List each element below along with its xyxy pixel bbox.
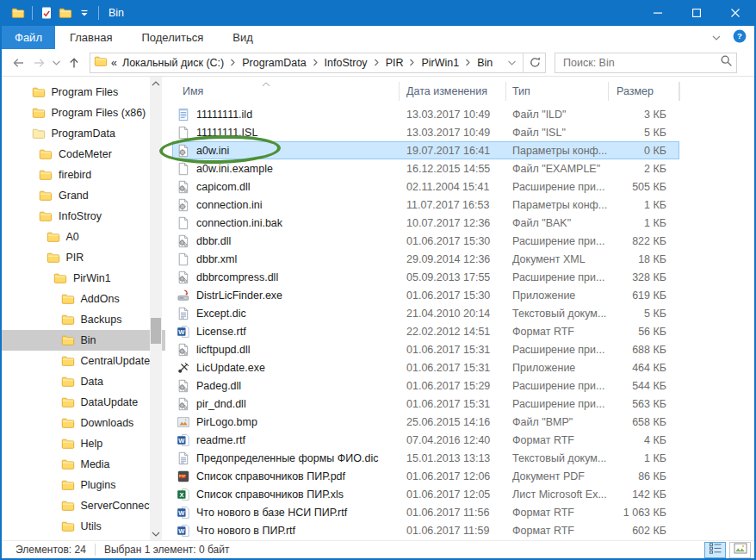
qat-customize-chevron-icon[interactable] [75, 3, 94, 22]
tree-item-a0[interactable]: A0 [2, 227, 165, 247]
tree-item-pirwin1[interactable]: PirWin1 [2, 268, 165, 289]
file-row[interactable]: Except.dic21.04.2010 20:14Текстовый доку… [172, 304, 679, 322]
tree-item-pir[interactable]: PIR [2, 247, 165, 268]
tree-item-program-files-x86[interactable]: Program Files (x86) [2, 103, 165, 123]
tree-item-addons[interactable]: AddOns [2, 289, 165, 309]
file-type: Формат RTF [506, 507, 609, 519]
address-bar[interactable]: « Локальный диск (C:)ProgramDataInfoStro… [90, 53, 546, 73]
tree-item-label: Help [81, 438, 103, 450]
file-row[interactable]: dbbr.dll01.06.2017 15:30Расширение при..… [172, 232, 679, 250]
file-row[interactable]: PirLogo.bmp25.06.2015 14:16Файл "BMP"658… [172, 413, 679, 431]
file-row[interactable]: capicom.dll02.11.2004 15:41Расширение пр… [172, 177, 679, 196]
tree-item-backups[interactable]: Backups [2, 309, 165, 330]
column-header-date[interactable]: Дата изменения [400, 82, 506, 101]
tree-item-bin[interactable]: Bin [2, 330, 165, 351]
tab-home[interactable]: Главная [55, 26, 127, 49]
file-list-pane: Имя Дата изменения Тип Размер 11111111.i… [165, 77, 754, 540]
file-row[interactable]: dbbr.xml29.09.2014 12:36Документ XML18 К… [172, 250, 679, 268]
new-folder-quick-icon[interactable] [56, 3, 75, 22]
column-header-type[interactable]: Тип [506, 82, 609, 101]
scroll-up-icon[interactable] [150, 77, 162, 90]
file-row[interactable]: WLicense.rtf22.02.2012 14:51Формат RTF56… [172, 322, 679, 340]
maximize-button[interactable] [677, 0, 716, 26]
file-row[interactable]: Padeg.dll01.06.2017 15:29Расширение при.… [172, 376, 679, 395]
breadcrumb-chevron-icon[interactable] [227, 58, 239, 68]
file-row[interactable]: 11111111.ISL13.03.2017 10:49Файл "ISL"5 … [172, 123, 679, 141]
breadcrumb-item[interactable]: InfoStroy [321, 57, 371, 69]
file-row[interactable]: a0w.ini19.07.2017 16:41Параметры конф...… [172, 141, 679, 159]
forward-button[interactable] [28, 52, 50, 73]
ribbon-expand-chevron-icon[interactable] [710, 30, 722, 46]
tree-item-downloads[interactable]: Downloads [2, 413, 165, 433]
tab-share[interactable]: Поделиться [127, 26, 218, 49]
tree-item-help[interactable]: Help [2, 433, 165, 454]
file-row[interactable]: Wreadme.rtf07.04.2016 12:40Формат RTF4 К… [172, 431, 679, 449]
file-row[interactable]: pir_dnd.dll01.06.2017 15:31Расширение пр… [172, 395, 679, 413]
back-button[interactable] [7, 52, 28, 73]
breadcrumb-chevron-icon[interactable] [462, 58, 474, 68]
folder-icon [61, 416, 75, 430]
tree-item-data[interactable]: Data [2, 371, 165, 392]
tree-item-infostroy[interactable]: InfoStroy [2, 206, 165, 227]
tree-scrollbar[interactable] [150, 77, 162, 540]
breadcrumb-item[interactable]: PIR [382, 57, 407, 69]
properties-quick-icon[interactable] [37, 3, 56, 22]
breadcrumb-overflow[interactable]: « [108, 57, 119, 69]
tree-item-centralupdate[interactable]: CentralUpdate [2, 351, 165, 371]
search-input[interactable] [561, 56, 720, 70]
tree-item-codemeter[interactable]: CodeMeter [2, 144, 165, 165]
breadcrumb-item[interactable]: Локальный диск (C:) [119, 57, 227, 69]
breadcrumb-item[interactable]: PirWin1 [418, 57, 462, 69]
file-row[interactable]: DistrLicFinder.exe01.06.2017 15:30Прилож… [172, 286, 679, 304]
tree-item-plugins[interactable]: Plugins [2, 475, 165, 495]
tree-item-program-files[interactable]: Program Files [2, 82, 165, 103]
tree-item-dataupdate[interactable]: DataUpdate [2, 392, 165, 413]
search-icon[interactable] [720, 54, 733, 71]
breadcrumb-chevron-icon[interactable] [406, 58, 418, 68]
tree-item-grand[interactable]: Grand [2, 185, 165, 206]
close-button[interactable] [716, 0, 754, 26]
blank-document-icon [177, 162, 190, 176]
address-dropdown-chevron-icon[interactable] [501, 53, 522, 72]
column-header-tail [679, 82, 680, 101]
up-button[interactable] [63, 52, 84, 73]
minimize-button[interactable] [638, 0, 677, 26]
breadcrumb-item[interactable]: ProgramData [239, 57, 309, 69]
tab-view[interactable]: Вид [218, 26, 268, 49]
tree-item-firebird[interactable]: firebird [2, 165, 165, 185]
tree-item-partial[interactable] [2, 537, 165, 540]
file-row[interactable]: WЧто нового в ПИР.rtf01.06.2017 11:59Фор… [172, 521, 679, 539]
tab-file[interactable]: Файл [2, 26, 55, 49]
file-row[interactable]: dbbrcompress.dll05.09.2013 17:55Расширен… [172, 268, 679, 286]
tree-item-programdata[interactable]: ProgramData [2, 123, 165, 144]
file-row[interactable]: 11111111.ild13.03.2017 10:49Файл "ILD"3 … [172, 105, 679, 123]
thumbnails-view-button[interactable] [729, 542, 751, 558]
file-row[interactable]: connection.ini.bak10.07.2017 12:36Файл "… [172, 214, 679, 232]
file-row[interactable]: WЧто нового в базе НСИ ПИР.rtf01.06.2017… [172, 503, 679, 521]
recent-locations-chevron-icon[interactable] [50, 52, 63, 73]
config-gear-icon [177, 198, 190, 212]
breadcrumb-item[interactable]: Bin [474, 57, 496, 69]
tree-item-media[interactable]: Media [2, 454, 165, 475]
breadcrumb-chevron-icon[interactable] [371, 58, 382, 68]
file-row[interactable]: connection.ini11.07.2017 16:53Параметры … [172, 196, 679, 214]
tree-item-serverconnect[interactable]: ServerConnect [2, 495, 165, 516]
breadcrumb-chevron-icon[interactable] [310, 58, 321, 68]
help-icon[interactable]: ? [733, 29, 747, 47]
folder-icon [61, 520, 75, 533]
tree-item-utils[interactable]: Utils [2, 516, 165, 537]
column-header-name[interactable]: Имя [172, 82, 400, 101]
file-row[interactable]: licftpupd.dll01.06.2017 15:31Расширение … [172, 340, 679, 358]
column-header-size[interactable]: Размер [609, 82, 679, 101]
refresh-icon[interactable] [524, 53, 545, 72]
scroll-thumb[interactable] [151, 318, 161, 344]
sort-ascending-icon [262, 78, 270, 90]
file-row[interactable]: a0w.ini.example16.12.2015 14:55Файл "EXA… [172, 159, 679, 177]
file-row[interactable]: PDFСписок справочников ПИР.pdf01.06.2017… [172, 467, 679, 485]
scroll-down-icon[interactable] [150, 527, 162, 540]
file-row[interactable]: LicUpdate.exe01.06.2017 15:31Приложение4… [172, 358, 679, 376]
file-row[interactable]: Предопределенные формы ФИО.dic15.01.2013… [172, 449, 679, 467]
details-view-button[interactable] [704, 542, 726, 558]
file-row[interactable]: XСписок справочников ПИР.xls01.06.2017 1… [172, 485, 679, 503]
window-controls [638, 0, 754, 26]
